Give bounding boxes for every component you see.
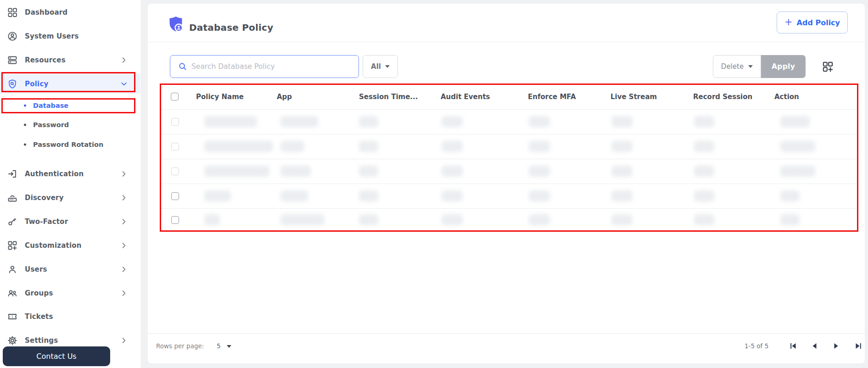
sidebar-item-authentication[interactable]: Authentication	[0, 166, 141, 182]
sidebar-item-policy[interactable]: Policy	[0, 76, 141, 92]
next-page-button[interactable]	[832, 342, 840, 350]
sidebar-item-customization[interactable]: Customization	[0, 237, 141, 254]
sidebar-subitem-password[interactable]: Password	[0, 118, 141, 132]
table-divider	[160, 208, 858, 209]
sidebar-item-label: System Users	[25, 32, 79, 40]
first-page-button[interactable]	[790, 342, 798, 350]
sidebar-item-discovery[interactable]: Discovery	[0, 190, 141, 206]
column-header-enforce-mfa: Enforce MFA	[528, 93, 576, 101]
sidebar-subitem-label: Password	[33, 121, 69, 128]
chevron-down-icon	[120, 80, 128, 88]
apply-button[interactable]: Apply	[761, 55, 806, 78]
sidebar-subitem-label: Password Rotation	[33, 141, 103, 148]
router-discovery-icon	[7, 192, 18, 203]
sidebar-item-label: Users	[25, 265, 47, 273]
bullet-icon	[24, 144, 26, 146]
last-page-button[interactable]	[855, 342, 863, 350]
row-checkbox[interactable]	[171, 192, 179, 200]
sidebar-item-resources[interactable]: Resources	[0, 52, 141, 68]
database-policy-icon	[168, 16, 185, 33]
key-icon	[7, 216, 18, 227]
redacted-cell	[442, 141, 463, 152]
row-checkbox[interactable]	[171, 167, 179, 175]
redacted-cell	[529, 166, 550, 177]
redacted-cell	[611, 141, 633, 152]
redacted-cell	[359, 190, 378, 201]
sidebar-item-two-factor[interactable]: Two-Factor	[0, 213, 141, 230]
user-icon	[7, 264, 18, 275]
redacted-cell	[694, 116, 714, 127]
redacted-cell	[611, 190, 633, 201]
table-divider	[160, 109, 858, 110]
select-all-checkbox[interactable]	[171, 93, 179, 100]
add-policy-button[interactable]: + Add Policy	[777, 11, 848, 33]
caret-down-icon	[385, 65, 390, 68]
sidebar-subitem-label: Database	[33, 102, 68, 109]
sidebar-subitem-password-rotation[interactable]: Password Rotation	[0, 138, 141, 151]
redacted-cell	[780, 141, 815, 152]
row-checkbox[interactable]	[171, 118, 179, 126]
redacted-cell	[204, 166, 269, 177]
row-checkbox[interactable]	[171, 143, 179, 151]
main-panel: Database Policy + Add Policy All Delete …	[148, 4, 865, 363]
login-arrow-icon	[7, 168, 18, 179]
contact-us-button[interactable]: Contact Us	[3, 346, 110, 366]
sidebar-subitem-database[interactable]: Database	[0, 99, 141, 112]
sidebar-item-groups[interactable]: Groups	[0, 285, 141, 301]
redacted-cell	[359, 166, 378, 177]
annotation-box-table	[160, 84, 858, 232]
header-divider	[148, 42, 865, 42]
bullet-icon	[24, 105, 26, 107]
dashboard-icon	[7, 7, 18, 18]
redacted-cell	[280, 141, 304, 152]
redacted-cell	[280, 190, 308, 201]
column-header-app: App	[277, 93, 292, 101]
sidebar: Dashboard System Users Resources Policy …	[0, 0, 141, 368]
chevron-right-icon	[120, 218, 128, 225]
sidebar-item-system-users[interactable]: System Users	[0, 28, 141, 45]
sidebar-item-label: Two-Factor	[25, 217, 68, 226]
previous-page-button[interactable]	[811, 342, 819, 350]
sidebar-item-label: Settings	[25, 336, 58, 345]
sidebar-item-label: Discovery	[25, 194, 64, 202]
bulk-action-dropdown[interactable]: Delete	[713, 55, 761, 78]
caret-down-icon	[748, 65, 753, 68]
gear-icon	[7, 335, 18, 346]
redacted-cell	[529, 116, 550, 127]
column-header-action: Action	[774, 93, 799, 101]
grid-plus-icon	[7, 240, 18, 251]
redacted-cell	[694, 214, 714, 225]
redacted-cell	[529, 190, 550, 201]
bulk-action-selected-value: Delete	[721, 62, 744, 71]
filter-dropdown[interactable]: All	[363, 55, 398, 78]
redacted-cell	[280, 116, 318, 127]
sidebar-item-label: Tickets	[25, 312, 53, 321]
sidebar-item-tickets[interactable]: Tickets	[0, 308, 141, 325]
column-header-policy-name: Policy Name	[196, 93, 244, 101]
redacted-cell	[780, 190, 800, 201]
chevron-right-icon	[120, 242, 128, 249]
column-settings-icon[interactable]	[822, 61, 834, 73]
redacted-cell	[359, 141, 378, 152]
pagination-divider	[148, 333, 865, 334]
redacted-cell	[442, 190, 463, 201]
redacted-cell	[442, 116, 463, 127]
sidebar-item-label: Resources	[25, 56, 66, 64]
sidebar-item-users[interactable]: Users	[0, 261, 141, 278]
sidebar-item-dashboard[interactable]: Dashboard	[0, 4, 141, 21]
pagination-range-label: 1-5 of 5	[745, 342, 768, 350]
redacted-cell	[280, 214, 325, 225]
caret-down-icon[interactable]	[227, 345, 231, 348]
redacted-cell	[780, 116, 810, 127]
redacted-cell	[611, 166, 633, 177]
chevron-right-icon	[120, 266, 128, 273]
redacted-cell	[611, 214, 633, 225]
group-icon	[7, 288, 18, 299]
search-input[interactable]	[191, 56, 357, 77]
sidebar-item-label: Authentication	[25, 170, 84, 178]
redacted-cell	[442, 166, 463, 177]
rows-per-page-value[interactable]: 5	[217, 342, 221, 350]
row-checkbox[interactable]	[171, 216, 179, 224]
redacted-cell	[204, 190, 231, 201]
table-divider	[160, 184, 858, 184]
